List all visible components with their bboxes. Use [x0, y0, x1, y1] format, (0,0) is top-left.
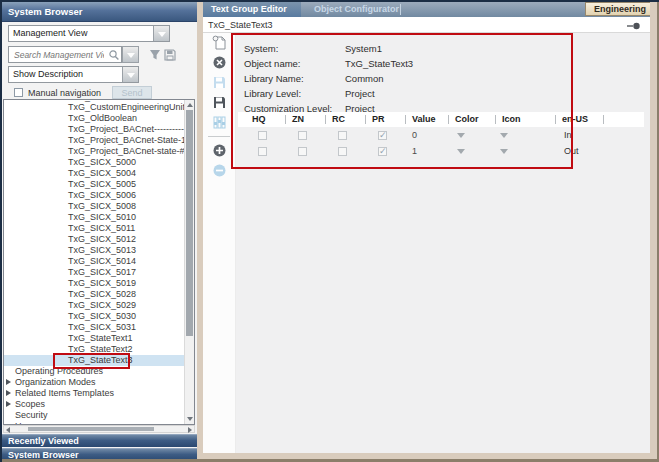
tree-item-label: TxG_SICX_5008 — [68, 201, 136, 211]
checkbox-checked[interactable] — [378, 131, 387, 140]
tree-item[interactable]: TxG_SICX_5013 — [4, 245, 184, 256]
checkbox[interactable] — [338, 131, 347, 140]
tree-item[interactable]: Scopes — [4, 399, 184, 410]
column-separator — [365, 115, 366, 124]
color-dropdown-icon[interactable] — [457, 149, 465, 154]
checkbox-checked[interactable] — [378, 147, 387, 156]
icon-dropdown-icon[interactable] — [500, 149, 508, 154]
save-icon[interactable] — [212, 75, 227, 90]
form-value: Project — [345, 88, 375, 99]
tree-item-label: TxG_SICX_5006 — [68, 190, 136, 200]
checkbox[interactable] — [258, 131, 267, 140]
tree-horizontal-scrollbar[interactable] — [3, 425, 195, 433]
tree-item-label: TxG_SICX_5030 — [68, 311, 136, 321]
state-text-table: HQZNRCPRValueColorIconen-US 0In1Out — [238, 112, 644, 159]
tree-item[interactable]: TxG_SICX_5005 — [4, 179, 184, 190]
new-text-group-icon[interactable] — [212, 35, 227, 50]
tree-item[interactable]: TxG_SICX_5000 — [4, 157, 184, 168]
send-button[interactable]: Send — [112, 86, 152, 99]
tree-item-label: TxG_SICX_5019 — [68, 278, 136, 288]
tree-vertical-scrollbar[interactable] — [184, 100, 194, 424]
tree-item[interactable]: TxG_SICX_5011 — [4, 223, 184, 234]
tree-item[interactable]: TxG_SICX_5006 — [4, 190, 184, 201]
tree-item[interactable]: Related Items Templates — [4, 388, 184, 399]
tree-item[interactable]: TxG_StateText1 — [4, 333, 184, 344]
delete-icon[interactable] — [212, 55, 227, 70]
form-row: Object name:TxG_StateText3 — [244, 56, 413, 71]
tree-item[interactable]: TxG_Project_BACnet-state-#1-state-s — [4, 146, 184, 157]
tree-item[interactable]: TxG_SICX_5010 — [4, 212, 184, 223]
tree-item[interactable]: TxG_Project_BACnet-State-1-State-2 — [4, 135, 184, 146]
tree-item[interactable]: TxG_SICX_5014 — [4, 256, 184, 267]
scroll-right-icon[interactable] — [188, 427, 192, 433]
tree-item[interactable]: TxG_SICX_5008 — [4, 201, 184, 212]
checkbox[interactable] — [298, 147, 307, 156]
expand-arrow-icon[interactable] — [6, 401, 11, 407]
tree-item-label: TxG_StateText1 — [68, 333, 133, 343]
tree-item[interactable]: TxG_CustomEngineeringUnits — [4, 102, 184, 113]
tree-item[interactable]: TxG_SICX_5029 — [4, 300, 184, 311]
window-border-right — [650, 0, 659, 462]
search-options-dropdown-button[interactable] — [122, 46, 139, 63]
tree-item-label: TxG_SICX_5012 — [68, 234, 136, 244]
search-input[interactable] — [12, 48, 106, 61]
column-header: RC — [332, 112, 345, 127]
tree-item[interactable]: TxG_SICX_5031 — [4, 322, 184, 333]
tree-item-label: Security — [15, 410, 48, 420]
chevron-down-icon — [123, 47, 139, 62]
tree-item[interactable]: TxG_SICX_5030 — [4, 311, 184, 322]
table-row: 1Out — [238, 143, 644, 159]
filter-icon[interactable] — [148, 48, 162, 62]
tree-item[interactable]: TxG_Project_BACnet---------- — [4, 124, 184, 135]
table-body: 0In1Out — [238, 127, 644, 159]
tree-item[interactable]: TxG_SICX_5019 — [4, 278, 184, 289]
checkbox[interactable] — [298, 131, 307, 140]
column-separator — [285, 115, 286, 124]
manual-navigation-checkbox[interactable] — [14, 88, 23, 97]
tree-item[interactable]: TxG_OldBoolean — [4, 113, 184, 124]
scrollbar-thumb[interactable] — [28, 427, 154, 431]
scrollbar-thumb[interactable] — [186, 110, 193, 336]
engineering-mode-badge[interactable]: Engineering — [585, 2, 655, 16]
value-cell: 0 — [412, 127, 417, 143]
panel-title: System Browser — [2, 2, 197, 22]
tab-object-configurator[interactable]: Object Configurator — [306, 2, 400, 17]
checkbox[interactable] — [338, 147, 347, 156]
chevron-down-icon[interactable] — [153, 26, 169, 41]
tree-item[interactable]: TxG_SICX_5004 — [4, 168, 184, 179]
column-header: Color — [455, 112, 479, 127]
chevron-down-icon[interactable] — [122, 67, 138, 82]
expand-arrow-icon[interactable] — [6, 390, 11, 396]
system-browser-panel: System Browser Management View Show Desc… — [2, 2, 197, 460]
tree-item-label: TxG_Project_BACnet---------- — [68, 124, 184, 134]
checkbox[interactable] — [258, 147, 267, 156]
show-description-dropdown[interactable]: Show Description — [8, 66, 139, 83]
tree-item[interactable]: Users — [4, 421, 184, 424]
tree-item[interactable]: TxG_SICX_5017 — [4, 267, 184, 278]
scroll-down-icon[interactable] — [187, 417, 193, 421]
scroll-up-icon[interactable] — [187, 103, 193, 107]
tree-item[interactable]: TxG_SICX_5012 — [4, 234, 184, 245]
management-view-dropdown[interactable]: Management View — [8, 25, 170, 42]
tree-item[interactable]: Organization Modes — [4, 377, 184, 388]
remove-row-icon[interactable] — [212, 163, 227, 178]
tree-item[interactable]: Operating Procedures — [4, 366, 184, 377]
recently-viewed-bar[interactable]: Recently Viewed — [2, 434, 197, 447]
column-header: ZN — [292, 112, 304, 127]
save-as-icon[interactable] — [212, 95, 227, 110]
pin-icon[interactable] — [627, 22, 640, 30]
text-group-properties-icon[interactable] — [212, 115, 227, 130]
add-row-icon[interactable] — [212, 143, 227, 158]
tree-item-label: Related Items Templates — [15, 388, 114, 398]
expand-arrow-icon[interactable] — [6, 379, 11, 385]
tree-item[interactable]: TxG_SICX_5028 — [4, 289, 184, 300]
tree-item[interactable]: TxG_StateText2 — [4, 344, 184, 355]
color-dropdown-icon[interactable] — [457, 133, 465, 138]
search-input-box[interactable] — [8, 46, 122, 63]
scroll-left-icon[interactable] — [6, 427, 10, 433]
save-filter-icon[interactable] — [163, 48, 177, 62]
tree-item[interactable]: TxG_StateText3 — [4, 355, 184, 366]
tab-text-group-editor[interactable]: Text Group Editor — [203, 2, 301, 17]
tree-item[interactable]: Security — [4, 410, 184, 421]
icon-dropdown-icon[interactable] — [500, 133, 508, 138]
